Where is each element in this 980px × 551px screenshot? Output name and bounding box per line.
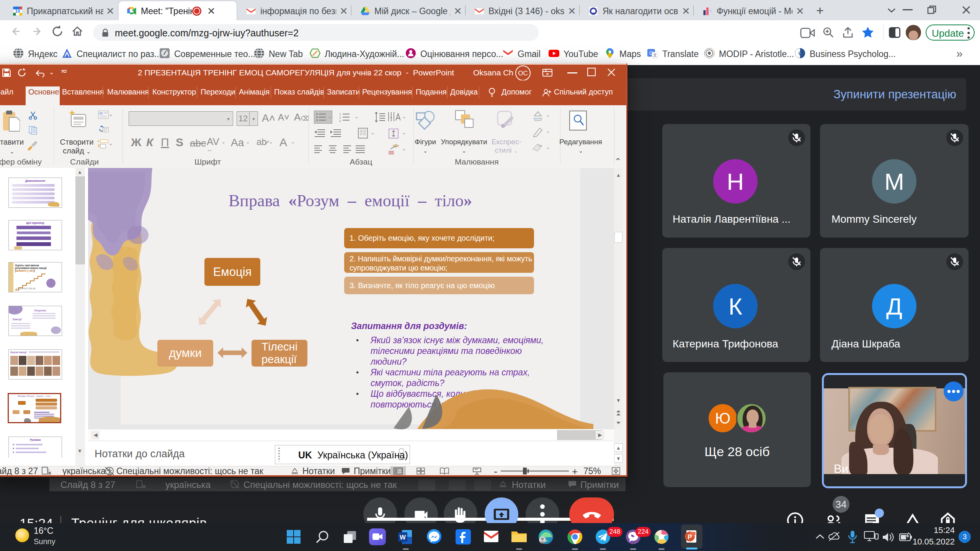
svg-text:W: W (400, 534, 406, 541)
svg-text:1: 1 (339, 112, 341, 116)
svg-text:3: 3 (339, 119, 341, 122)
svg-text:P: P (688, 533, 692, 541)
svg-text:文: 文 (653, 53, 657, 57)
svg-text:10: 10 (15, 8, 20, 13)
svg-text:1 2 3 4 5 6 7 8 9 10: 1 2 3 4 5 6 7 8 9 10 (16, 287, 36, 290)
svg-text:U: U (799, 51, 802, 56)
svg-text:2: 2 (339, 116, 341, 119)
